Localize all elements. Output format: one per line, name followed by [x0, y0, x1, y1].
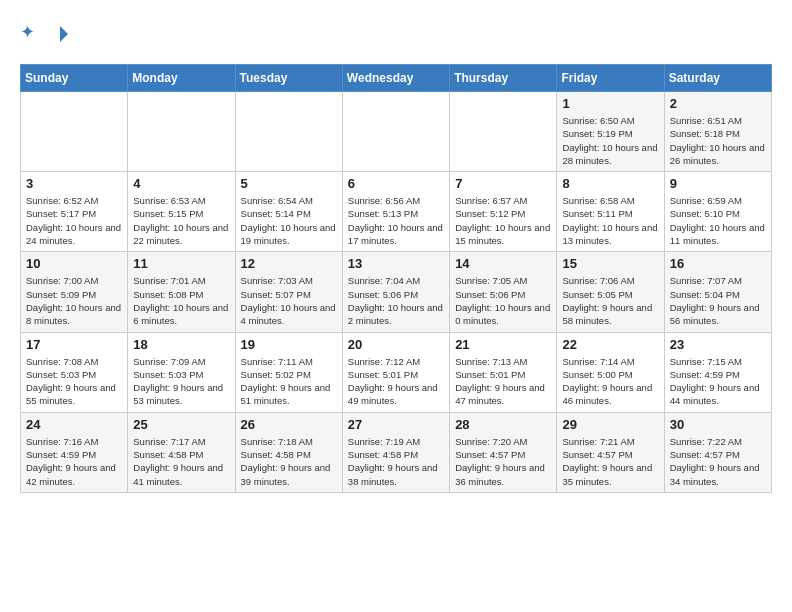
day-number: 17 — [26, 337, 122, 352]
weekday-header: Saturday — [664, 65, 771, 92]
day-number: 21 — [455, 337, 551, 352]
day-number: 6 — [348, 176, 444, 191]
cell-sun-info: Sunrise: 6:58 AM Sunset: 5:11 PM Dayligh… — [562, 194, 658, 247]
calendar-cell: 28Sunrise: 7:20 AM Sunset: 4:57 PM Dayli… — [450, 412, 557, 492]
logo: ✦ — [20, 20, 71, 48]
cell-sun-info: Sunrise: 6:53 AM Sunset: 5:15 PM Dayligh… — [133, 194, 229, 247]
cell-sun-info: Sunrise: 7:04 AM Sunset: 5:06 PM Dayligh… — [348, 274, 444, 327]
calendar-cell: 5Sunrise: 6:54 AM Sunset: 5:14 PM Daylig… — [235, 172, 342, 252]
cell-sun-info: Sunrise: 7:06 AM Sunset: 5:05 PM Dayligh… — [562, 274, 658, 327]
cell-sun-info: Sunrise: 6:50 AM Sunset: 5:19 PM Dayligh… — [562, 114, 658, 167]
day-number: 1 — [562, 96, 658, 111]
calendar-week-row: 17Sunrise: 7:08 AM Sunset: 5:03 PM Dayli… — [21, 332, 772, 412]
cell-sun-info: Sunrise: 7:09 AM Sunset: 5:03 PM Dayligh… — [133, 355, 229, 408]
calendar-cell: 12Sunrise: 7:03 AM Sunset: 5:07 PM Dayli… — [235, 252, 342, 332]
calendar-cell: 21Sunrise: 7:13 AM Sunset: 5:01 PM Dayli… — [450, 332, 557, 412]
day-number: 8 — [562, 176, 658, 191]
svg-marker-1 — [60, 26, 68, 42]
cell-sun-info: Sunrise: 7:18 AM Sunset: 4:58 PM Dayligh… — [241, 435, 337, 488]
day-number: 15 — [562, 256, 658, 271]
day-number: 12 — [241, 256, 337, 271]
cell-sun-info: Sunrise: 6:56 AM Sunset: 5:13 PM Dayligh… — [348, 194, 444, 247]
calendar-cell — [450, 92, 557, 172]
day-number: 16 — [670, 256, 766, 271]
cell-sun-info: Sunrise: 7:16 AM Sunset: 4:59 PM Dayligh… — [26, 435, 122, 488]
header-row: SundayMondayTuesdayWednesdayThursdayFrid… — [21, 65, 772, 92]
calendar-cell: 23Sunrise: 7:15 AM Sunset: 4:59 PM Dayli… — [664, 332, 771, 412]
cell-sun-info: Sunrise: 6:54 AM Sunset: 5:14 PM Dayligh… — [241, 194, 337, 247]
calendar-cell: 10Sunrise: 7:00 AM Sunset: 5:09 PM Dayli… — [21, 252, 128, 332]
day-number: 4 — [133, 176, 229, 191]
cell-sun-info: Sunrise: 7:12 AM Sunset: 5:01 PM Dayligh… — [348, 355, 444, 408]
cell-sun-info: Sunrise: 7:21 AM Sunset: 4:57 PM Dayligh… — [562, 435, 658, 488]
day-number: 23 — [670, 337, 766, 352]
calendar-cell: 15Sunrise: 7:06 AM Sunset: 5:05 PM Dayli… — [557, 252, 664, 332]
weekday-header: Wednesday — [342, 65, 449, 92]
day-number: 11 — [133, 256, 229, 271]
calendar-cell: 2Sunrise: 6:51 AM Sunset: 5:18 PM Daylig… — [664, 92, 771, 172]
calendar-week-row: 3Sunrise: 6:52 AM Sunset: 5:17 PM Daylig… — [21, 172, 772, 252]
calendar-week-row: 10Sunrise: 7:00 AM Sunset: 5:09 PM Dayli… — [21, 252, 772, 332]
cell-sun-info: Sunrise: 6:52 AM Sunset: 5:17 PM Dayligh… — [26, 194, 122, 247]
day-number: 28 — [455, 417, 551, 432]
logo-graphic: ✦ — [20, 20, 44, 48]
cell-sun-info: Sunrise: 7:08 AM Sunset: 5:03 PM Dayligh… — [26, 355, 122, 408]
weekday-header: Monday — [128, 65, 235, 92]
calendar-cell: 27Sunrise: 7:19 AM Sunset: 4:58 PM Dayli… — [342, 412, 449, 492]
cell-sun-info: Sunrise: 7:13 AM Sunset: 5:01 PM Dayligh… — [455, 355, 551, 408]
day-number: 30 — [670, 417, 766, 432]
cell-sun-info: Sunrise: 7:03 AM Sunset: 5:07 PM Dayligh… — [241, 274, 337, 327]
calendar-cell: 16Sunrise: 7:07 AM Sunset: 5:04 PM Dayli… — [664, 252, 771, 332]
cell-sun-info: Sunrise: 7:05 AM Sunset: 5:06 PM Dayligh… — [455, 274, 551, 327]
svg-text:✦: ✦ — [20, 22, 35, 42]
calendar-cell: 7Sunrise: 6:57 AM Sunset: 5:12 PM Daylig… — [450, 172, 557, 252]
calendar-cell — [128, 92, 235, 172]
day-number: 14 — [455, 256, 551, 271]
day-number: 2 — [670, 96, 766, 111]
calendar-week-row: 24Sunrise: 7:16 AM Sunset: 4:59 PM Dayli… — [21, 412, 772, 492]
calendar-header: SundayMondayTuesdayWednesdayThursdayFrid… — [21, 65, 772, 92]
day-number: 9 — [670, 176, 766, 191]
calendar-cell: 9Sunrise: 6:59 AM Sunset: 5:10 PM Daylig… — [664, 172, 771, 252]
day-number: 26 — [241, 417, 337, 432]
day-number: 22 — [562, 337, 658, 352]
calendar-cell: 26Sunrise: 7:18 AM Sunset: 4:58 PM Dayli… — [235, 412, 342, 492]
calendar-cell: 13Sunrise: 7:04 AM Sunset: 5:06 PM Dayli… — [342, 252, 449, 332]
cell-sun-info: Sunrise: 7:01 AM Sunset: 5:08 PM Dayligh… — [133, 274, 229, 327]
cell-sun-info: Sunrise: 6:59 AM Sunset: 5:10 PM Dayligh… — [670, 194, 766, 247]
day-number: 20 — [348, 337, 444, 352]
cell-sun-info: Sunrise: 7:00 AM Sunset: 5:09 PM Dayligh… — [26, 274, 122, 327]
day-number: 13 — [348, 256, 444, 271]
cell-sun-info: Sunrise: 6:57 AM Sunset: 5:12 PM Dayligh… — [455, 194, 551, 247]
cell-sun-info: Sunrise: 7:22 AM Sunset: 4:57 PM Dayligh… — [670, 435, 766, 488]
calendar-table: SundayMondayTuesdayWednesdayThursdayFrid… — [20, 64, 772, 493]
calendar-cell: 6Sunrise: 6:56 AM Sunset: 5:13 PM Daylig… — [342, 172, 449, 252]
page-header: ✦ — [20, 20, 772, 48]
cell-sun-info: Sunrise: 7:14 AM Sunset: 5:00 PM Dayligh… — [562, 355, 658, 408]
day-number: 18 — [133, 337, 229, 352]
day-number: 24 — [26, 417, 122, 432]
calendar-cell: 24Sunrise: 7:16 AM Sunset: 4:59 PM Dayli… — [21, 412, 128, 492]
day-number: 19 — [241, 337, 337, 352]
cell-sun-info: Sunrise: 7:20 AM Sunset: 4:57 PM Dayligh… — [455, 435, 551, 488]
calendar-cell: 17Sunrise: 7:08 AM Sunset: 5:03 PM Dayli… — [21, 332, 128, 412]
weekday-header: Sunday — [21, 65, 128, 92]
calendar-cell: 20Sunrise: 7:12 AM Sunset: 5:01 PM Dayli… — [342, 332, 449, 412]
day-number: 5 — [241, 176, 337, 191]
calendar-cell: 3Sunrise: 6:52 AM Sunset: 5:17 PM Daylig… — [21, 172, 128, 252]
calendar-cell: 29Sunrise: 7:21 AM Sunset: 4:57 PM Dayli… — [557, 412, 664, 492]
calendar-cell: 11Sunrise: 7:01 AM Sunset: 5:08 PM Dayli… — [128, 252, 235, 332]
calendar-cell — [235, 92, 342, 172]
day-number: 10 — [26, 256, 122, 271]
weekday-header: Thursday — [450, 65, 557, 92]
calendar-cell: 25Sunrise: 7:17 AM Sunset: 4:58 PM Dayli… — [128, 412, 235, 492]
cell-sun-info: Sunrise: 6:51 AM Sunset: 5:18 PM Dayligh… — [670, 114, 766, 167]
calendar-cell: 30Sunrise: 7:22 AM Sunset: 4:57 PM Dayli… — [664, 412, 771, 492]
calendar-cell: 8Sunrise: 6:58 AM Sunset: 5:11 PM Daylig… — [557, 172, 664, 252]
calendar-cell: 19Sunrise: 7:11 AM Sunset: 5:02 PM Dayli… — [235, 332, 342, 412]
cell-sun-info: Sunrise: 7:17 AM Sunset: 4:58 PM Dayligh… — [133, 435, 229, 488]
day-number: 27 — [348, 417, 444, 432]
weekday-header: Friday — [557, 65, 664, 92]
day-number: 29 — [562, 417, 658, 432]
calendar-cell: 1Sunrise: 6:50 AM Sunset: 5:19 PM Daylig… — [557, 92, 664, 172]
